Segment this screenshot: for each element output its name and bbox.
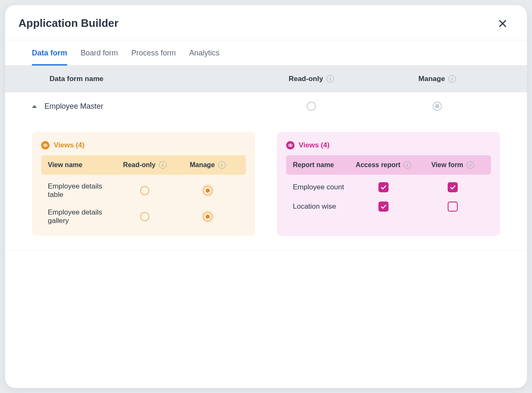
- form-row-name-cell: Employee Master: [32, 102, 248, 111]
- views-panel-title: Views (4): [41, 141, 246, 149]
- info-icon[interactable]: i: [159, 161, 167, 169]
- view-readonly-radio[interactable]: [140, 186, 149, 195]
- svg-point-2: [45, 145, 46, 146]
- view-name: Employee details table: [48, 182, 113, 199]
- views-subheader: View name Read-only i Manage i: [41, 155, 246, 175]
- report-name: Employee count: [293, 183, 346, 191]
- tab-analytics[interactable]: Analytics: [189, 40, 219, 66]
- views-col-manage: Manage i: [176, 161, 239, 169]
- report-name: Location wise: [293, 202, 346, 211]
- tab-data-form[interactable]: Data form: [32, 40, 67, 66]
- reports-panel-title-text: Views (4): [299, 141, 329, 149]
- application-builder-modal: Application Builder Data form Board form…: [5, 5, 527, 388]
- svg-point-3: [290, 145, 291, 146]
- tab-board-form[interactable]: Board form: [81, 40, 118, 66]
- modal-title: Application Builder: [18, 17, 118, 30]
- eye-icon: [286, 141, 295, 149]
- views-col-readonly: Read-only i: [113, 161, 176, 169]
- info-icon[interactable]: i: [449, 75, 456, 83]
- column-header-readonly-label: Read-only: [289, 75, 323, 83]
- reports-col-name: Report name: [293, 161, 346, 169]
- reports-panel-title: Views (4): [286, 141, 491, 149]
- column-header-manage: Manage i: [374, 75, 500, 83]
- eye-icon: [41, 141, 50, 149]
- views-panel: Views (4) View name Read-only i Manage i…: [32, 132, 255, 236]
- tab-process-form[interactable]: Process form: [131, 40, 176, 66]
- table-header-row: Data form name Read-only i Manage i: [5, 66, 527, 92]
- view-form-checkbox[interactable]: [448, 202, 458, 212]
- view-row: Employee details table: [41, 175, 246, 201]
- column-header-name: Data form name: [32, 75, 248, 83]
- close-button[interactable]: [497, 18, 509, 29]
- info-icon[interactable]: i: [326, 75, 334, 83]
- readonly-radio[interactable]: [307, 102, 316, 111]
- expanded-panels: Views (4) View name Read-only i Manage i…: [5, 120, 527, 251]
- view-form-checkbox[interactable]: [448, 182, 458, 192]
- view-row: Employee details gallery: [41, 201, 246, 227]
- info-icon[interactable]: i: [218, 161, 226, 169]
- column-header-readonly: Read-only i: [248, 75, 374, 83]
- manage-radio[interactable]: [433, 102, 442, 111]
- reports-panel: Views (4) Report name Access report i Vi…: [277, 132, 500, 236]
- report-row: Employee count: [286, 175, 491, 194]
- reports-col-viewform: View form i: [421, 161, 484, 169]
- access-report-checkbox[interactable]: [378, 202, 389, 212]
- views-panel-title-text: Views (4): [54, 141, 84, 149]
- view-name: Employee details gallery: [48, 208, 113, 225]
- view-manage-radio[interactable]: [203, 212, 212, 221]
- form-row: Employee Master: [5, 92, 527, 120]
- info-icon[interactable]: i: [404, 161, 411, 169]
- close-icon: [498, 18, 508, 29]
- views-col-name: View name: [48, 161, 113, 169]
- reports-col-access: Access report i: [346, 161, 421, 169]
- reports-subheader: Report name Access report i View form i: [286, 155, 491, 175]
- view-manage-radio[interactable]: [203, 186, 212, 195]
- expand-caret-icon[interactable]: [32, 105, 37, 108]
- info-icon[interactable]: i: [467, 161, 474, 169]
- view-readonly-radio[interactable]: [140, 212, 149, 221]
- form-name: Employee Master: [44, 102, 103, 111]
- tabs-bar: Data form Board form Process form Analyt…: [5, 40, 527, 66]
- modal-header: Application Builder: [5, 5, 527, 40]
- report-row: Location wise: [286, 194, 491, 213]
- column-header-manage-label: Manage: [418, 75, 445, 83]
- access-report-checkbox[interactable]: [378, 182, 389, 192]
